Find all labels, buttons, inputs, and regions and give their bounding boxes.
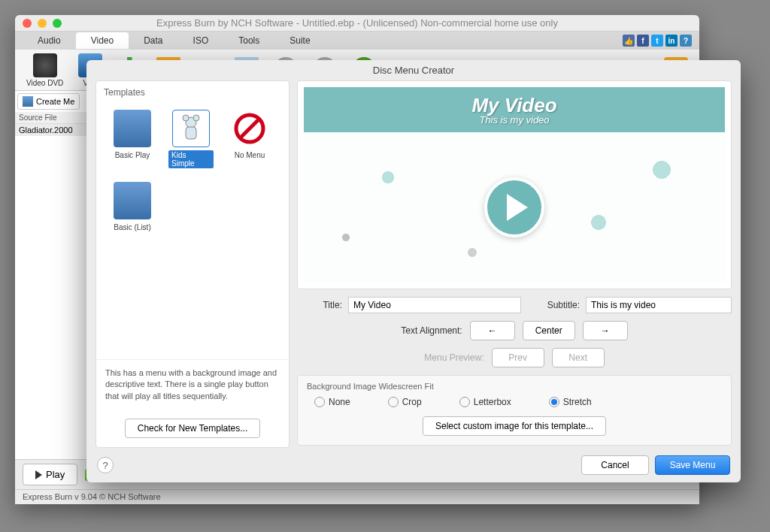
radio-icon — [314, 397, 325, 407]
svg-rect-3 — [186, 127, 196, 139]
tab-audio[interactable]: Audio — [23, 32, 76, 49]
social-icons: 👍 f t in ? — [623, 35, 692, 47]
title-input[interactable] — [348, 297, 521, 313]
template-label: Basic Play — [112, 150, 153, 160]
status-bar: Express Burn v 9.04 © NCH Software — [15, 489, 699, 504]
window-title: Express Burn by NCH Software - Untitled.… — [15, 17, 699, 29]
subtitle-label: Subtitle: — [527, 300, 580, 310]
align-center-button[interactable]: Center — [523, 321, 575, 340]
fit-crop-radio[interactable]: Crop — [388, 397, 422, 407]
toolbar-video-dvd[interactable]: Video DVD — [19, 52, 71, 89]
radio-icon — [549, 397, 559, 407]
title-label: Title: — [297, 300, 342, 310]
create-menu-button[interactable]: Create Me — [17, 93, 80, 110]
help-button[interactable]: ? — [97, 457, 114, 473]
template-label: Kids Simple — [168, 150, 214, 168]
tab-suite[interactable]: Suite — [274, 32, 325, 49]
text-alignment-label: Text Alignment: — [401, 325, 462, 336]
template-no-menu[interactable]: No Menu — [227, 110, 272, 168]
template-thumb — [114, 110, 151, 147]
preview-subtitle: This is my video — [479, 114, 549, 125]
templates-header: Templates — [96, 81, 289, 104]
template-label: Basic (List) — [111, 222, 153, 232]
radio-icon — [388, 397, 399, 407]
subtitle-input[interactable] — [586, 297, 732, 313]
widescreen-fit-group: Background Image Widescreen Fit None Cro… — [297, 375, 732, 446]
widescreen-fit-legend: Background Image Widescreen Fit — [307, 382, 722, 391]
check-templates-button[interactable]: Check for New Templates... — [125, 419, 261, 438]
play-icon — [35, 470, 42, 479]
disc-menu-creator-dialog: Disc Menu Creator Templates Basic Play K… — [86, 60, 741, 482]
create-menu-label: Create Me — [36, 97, 74, 106]
disc-icon — [33, 53, 57, 77]
menu-preview-label: Menu Preview: — [424, 352, 484, 363]
templates-panel: Templates Basic Play Kids Simple No M — [95, 80, 290, 448]
radio-icon — [459, 397, 470, 407]
thumbs-up-icon[interactable]: 👍 — [623, 35, 635, 47]
minimize-window-button[interactable] — [38, 19, 47, 28]
template-basic-play[interactable]: Basic Play — [110, 110, 155, 168]
dialog-title: Disc Menu Creator — [86, 60, 741, 80]
tab-iso[interactable]: ISO — [178, 32, 224, 49]
align-right-button[interactable]: → — [583, 321, 628, 340]
tab-bar: Audio Video Data ISO Tools Suite 👍 f t i… — [15, 32, 699, 50]
menu-preview: My Video This is my video — [304, 87, 725, 283]
template-thumb — [172, 110, 210, 147]
arrow-left-icon: ← — [488, 325, 497, 336]
play-button[interactable]: Play — [23, 464, 77, 485]
svg-line-5 — [241, 119, 259, 138]
play-icon — [507, 194, 528, 221]
tab-video[interactable]: Video — [76, 32, 129, 49]
next-button[interactable]: Next — [552, 348, 605, 367]
svg-point-1 — [183, 115, 189, 121]
select-custom-image-button[interactable]: Select custom image for this template... — [423, 416, 606, 436]
fit-letterbox-radio[interactable]: Letterbox — [459, 397, 511, 407]
zoom-window-button[interactable] — [53, 19, 62, 28]
linkedin-icon[interactable]: in — [665, 35, 678, 47]
cancel-button[interactable]: Cancel — [581, 455, 649, 475]
fit-stretch-radio[interactable]: Stretch — [549, 397, 592, 407]
template-thumb — [114, 182, 151, 219]
template-description: This has a menu with a background image … — [96, 359, 289, 410]
save-menu-button[interactable]: Save Menu — [655, 455, 730, 475]
toolbar-label: Video DVD — [26, 79, 63, 87]
facebook-icon[interactable]: f — [637, 35, 649, 47]
template-label: No Menu — [232, 150, 268, 160]
prev-button[interactable]: Prev — [492, 348, 544, 367]
template-basic-list[interactable]: Basic (List) — [110, 182, 155, 232]
twitter-icon[interactable]: t — [651, 35, 663, 47]
tab-tools[interactable]: Tools — [223, 32, 274, 49]
template-kids-simple[interactable]: Kids Simple — [168, 110, 214, 168]
align-left-button[interactable]: ← — [470, 321, 515, 340]
help-icon[interactable]: ? — [680, 35, 692, 47]
titlebar: Express Burn by NCH Software - Untitled.… — [15, 15, 699, 32]
template-thumb — [231, 110, 268, 147]
arrow-right-icon: → — [601, 325, 610, 336]
close-window-button[interactable] — [23, 19, 32, 28]
preview-play-button — [484, 177, 544, 237]
play-label: Play — [46, 469, 65, 480]
tab-data[interactable]: Data — [129, 32, 177, 49]
preview-panel: My Video This is my video Title: Subtitl… — [297, 80, 732, 448]
menu-icon — [23, 96, 33, 107]
svg-point-2 — [193, 115, 199, 121]
fit-none-radio[interactable]: None — [314, 397, 350, 407]
